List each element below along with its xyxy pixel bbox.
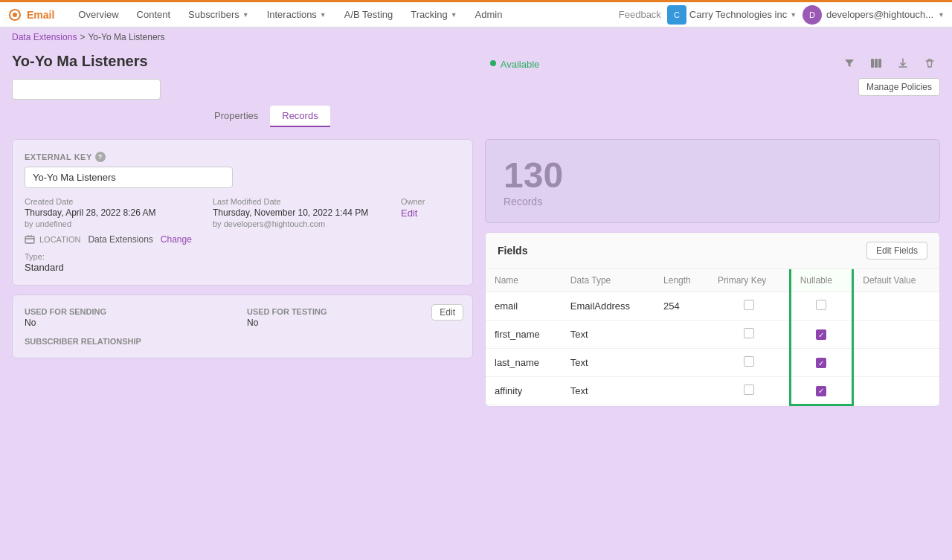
fields-card: Fields Edit Fields Name Data Type Length… [485,232,940,407]
orange-top-bar [0,0,952,2]
org-selector[interactable]: C Carry Technologies inc ▼ [667,5,797,25]
app-name: Email [27,9,54,21]
type-row: Type: Standard [25,251,460,273]
cell-default-value [853,377,939,405]
nav-overview[interactable]: Overview [69,2,127,28]
location-row: LOCATION Data Extensions Change [25,234,460,245]
cell-name: affinity [486,377,562,405]
status-badge: Available [501,59,540,70]
user-chevron: ▼ [938,11,945,19]
cell-name: first_name [486,321,562,349]
col-name: Name [486,269,562,292]
cell-data-type: Text [562,349,654,377]
properties-card: EXTERNAL KEY ? Created Date Thursday, Ap… [12,139,473,286]
status-dot [490,60,496,66]
owner-item: Owner Edit [401,197,460,228]
breadcrumb-current: Yo-Yo Ma Listeners [88,32,164,42]
primary-key-checkbox[interactable] [744,300,754,310]
cell-primary-key [709,349,790,377]
cell-default-value [853,321,939,349]
tracking-chevron: ▼ [451,11,457,19]
cell-default-value [853,349,939,377]
org-chevron: ▼ [790,11,797,19]
cell-nullable [790,377,853,405]
col-default-value: Default Value [853,269,939,292]
user-avatar: D [803,5,822,25]
primary-key-checkbox[interactable] [744,356,754,367]
send-edit-button[interactable]: Edit [431,304,463,321]
cell-length [654,349,709,377]
send-card: Edit USED FOR SENDING No USED FOR TESTIN… [12,295,473,358]
subscriber-relationship-label: SUBSCRIBER RELATIONSHIP [25,337,460,346]
primary-key-checkbox[interactable] [744,384,754,395]
user-menu[interactable]: D developers@hightouch... ▼ [803,5,945,25]
nav-subscribers[interactable]: Subscribers ▼ [179,2,258,28]
filter-icon-btn[interactable] [839,53,860,74]
table-row: email EmailAddress 254 [486,292,939,321]
cell-data-type: Text [562,377,654,405]
nullable-checkbox[interactable] [816,300,826,310]
nullable-checkbox[interactable] [816,386,826,396]
primary-key-checkbox[interactable] [744,328,754,338]
columns-icon-btn[interactable] [866,53,887,74]
nav-admin[interactable]: Admin [466,2,512,28]
cell-nullable [790,321,853,349]
svg-point-0 [13,13,17,17]
svg-rect-1 [871,59,874,68]
svg-rect-4 [25,236,34,243]
page-title-input[interactable] [12,53,190,70]
send-grid: USED FOR SENDING No USED FOR TESTING No [25,307,460,328]
meta-grid: Created Date Thursday, April 28, 2022 8:… [25,197,460,228]
location-change-link[interactable]: Change [161,234,192,245]
nav-content[interactable]: Content [128,2,180,28]
tab-records[interactable]: Records [270,106,329,127]
cell-length [654,377,709,405]
cell-primary-key [709,321,790,349]
cell-default-value [853,292,939,321]
external-key-input[interactable] [25,167,233,188]
col-primary-key: Primary Key [709,269,790,292]
app-logo[interactable]: Email [7,7,54,22]
svg-rect-2 [875,59,878,68]
download-icon-btn[interactable] [892,53,913,74]
fields-header: Fields Edit Fields [486,233,939,269]
fields-table: Name Data Type Length Primary Key Nullab… [486,269,939,406]
cell-length: 254 [654,292,709,321]
owner-edit-link[interactable]: Edit [401,207,460,219]
cell-data-type: Text [562,321,654,349]
delete-icon-btn[interactable] [919,53,940,74]
breadcrumb-data-extensions[interactable]: Data Extensions [12,32,77,42]
nullable-checkbox[interactable] [816,329,826,340]
nav-right: Feedback C Carry Technologies inc ▼ D de… [619,5,945,25]
used-for-testing-item: USED FOR TESTING No [247,307,460,328]
cell-length [654,321,709,349]
cell-name: last_name [486,349,562,377]
created-date-item: Created Date Thursday, April 28, 2022 8:… [25,197,204,228]
col-length: Length [654,269,709,292]
location-label: LOCATION [39,235,80,244]
cell-nullable [790,349,853,377]
search-input[interactable] [12,79,161,100]
cell-primary-key [709,292,790,321]
col-data-type: Data Type [562,269,654,292]
manage-policies-button[interactable]: Manage Policies [858,78,940,96]
nav-tracking[interactable]: Tracking ▼ [402,2,466,28]
table-row: affinity Text [486,377,939,405]
records-label: Records [504,196,922,207]
header-right: Manage Policies [839,53,940,96]
nav-interactions[interactable]: Interactions ▼ [258,2,335,28]
top-nav: Email Overview Content Subscribers ▼ Int… [0,2,952,28]
subscribers-chevron: ▼ [242,11,249,19]
records-count: 130 [504,155,922,196]
edit-fields-button[interactable]: Edit Fields [866,242,927,260]
nullable-checkbox[interactable] [816,358,826,368]
external-key-help[interactable]: ? [95,152,106,162]
right-panel: 130 Records Fields Edit Fields Name Data… [485,139,940,560]
org-avatar: C [667,5,686,25]
records-summary: 130 Records [485,139,940,223]
tab-properties[interactable]: Properties [202,106,270,127]
feedback-link[interactable]: Feedback [619,9,661,20]
col-nullable: Nullable [790,269,853,292]
interactions-chevron: ▼ [320,11,327,19]
nav-ab-testing[interactable]: A/B Testing [335,2,402,28]
